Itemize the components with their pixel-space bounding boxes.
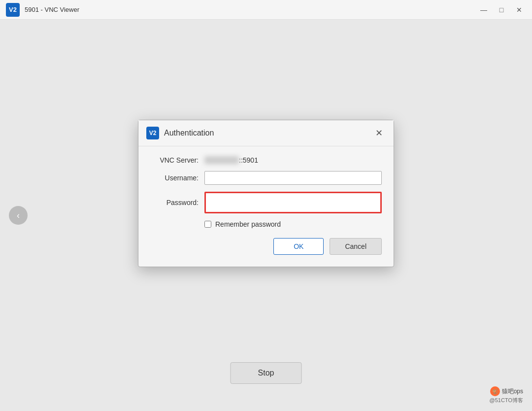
remember-password-row: Remember password [150, 220, 382, 228]
window-title: 5901 - VNC Viewer [25, 6, 477, 13]
dialog-body: VNC Server: xxxxxxxxxx::5901 Username: P… [138, 146, 394, 267]
vnc-server-value: xxxxxxxxxx::5901 [204, 156, 258, 164]
auth-dialog: V2 Authentication ✕ VNC Server: xxxxxxxx… [138, 120, 394, 267]
ok-button[interactable]: OK [273, 238, 324, 255]
password-input-wrapper [204, 192, 382, 213]
stop-button[interactable]: Stop [231, 362, 302, 384]
password-label: Password: [150, 199, 204, 206]
vnc-server-row: VNC Server: xxxxxxxxxx::5901 [150, 156, 382, 164]
remember-password-label[interactable]: Remember password [215, 220, 281, 228]
watermark-brand: 🐒 猿吧ops [490, 386, 523, 396]
window-titlebar: V2 5901 - VNC Viewer — □ ✕ [0, 0, 532, 20]
watermark-icon: 🐒 [490, 386, 500, 396]
stop-button-container: Stop [231, 362, 302, 384]
chevron-left-icon: ‹ [17, 210, 20, 221]
vnc-server-blurred: xxxxxxxxxx [204, 156, 239, 164]
dialog-button-row: OK Cancel [150, 238, 382, 255]
remember-password-checkbox[interactable] [204, 221, 211, 228]
minimize-button[interactable]: — [477, 3, 491, 17]
app-logo: V2 [6, 3, 20, 17]
password-input[interactable] [204, 192, 382, 213]
username-row: Username: [150, 171, 382, 185]
cancel-button[interactable]: Cancel [330, 238, 382, 255]
username-input[interactable] [204, 171, 382, 185]
dialog-close-button[interactable]: ✕ [372, 126, 386, 140]
nav-back-arrow[interactable]: ‹ [9, 206, 28, 225]
dialog-logo: V2 [146, 127, 159, 139]
vnc-server-label: VNC Server: [150, 156, 204, 164]
dialog-titlebar: V2 Authentication ✕ [138, 120, 394, 146]
maximize-button[interactable]: □ [495, 3, 508, 17]
password-row: Password: [150, 192, 382, 213]
username-label: Username: [150, 174, 204, 182]
window-controls: — □ ✕ [477, 3, 526, 17]
window-close-button[interactable]: ✕ [512, 3, 526, 17]
dialog-title: Authentication [164, 129, 372, 137]
watermark: 🐒 猿吧ops @51CTO博客 [490, 386, 523, 404]
